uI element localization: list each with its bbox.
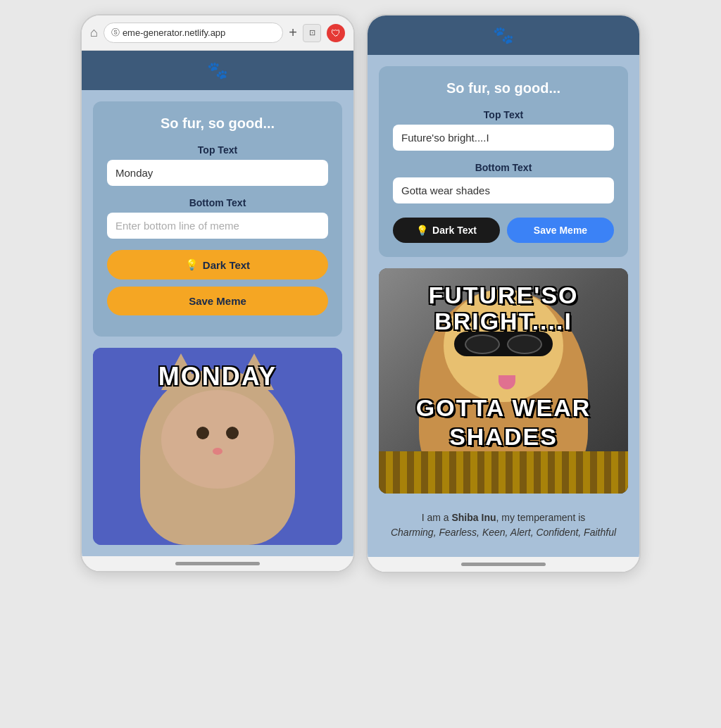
dog-info-text: I am a Shiba Inu, my temperament is Char… bbox=[379, 505, 628, 546]
dog-info-middle: , my temperament is bbox=[496, 512, 585, 523]
right-save-meme-button[interactable]: Save Meme bbox=[507, 218, 614, 243]
left-form-card: So fur, so good... Top Text Bottom Text … bbox=[93, 101, 342, 337]
lens-left bbox=[465, 334, 500, 354]
url-prefix-icon: ⓢ bbox=[111, 27, 120, 39]
left-top-text-input[interactable] bbox=[107, 160, 328, 186]
dog-info-prefix: I am a bbox=[422, 512, 452, 523]
home-icon[interactable]: ⌂ bbox=[90, 25, 98, 40]
dog-sunglasses bbox=[454, 332, 553, 356]
shield-icon[interactable]: 🛡 bbox=[327, 24, 345, 42]
left-bottom-bar bbox=[82, 556, 353, 571]
tab-switcher-label: ⊡ bbox=[309, 28, 315, 37]
left-meme-top-text: MONDAY bbox=[93, 362, 342, 391]
left-paw-icon: 🐾 bbox=[207, 61, 228, 80]
cat-nose bbox=[213, 448, 222, 455]
new-tab-icon[interactable]: + bbox=[289, 25, 297, 41]
left-top-text-label: Top Text bbox=[107, 144, 328, 156]
left-app-header: 🐾 bbox=[82, 51, 353, 90]
right-paw-icon: 🐾 bbox=[493, 25, 514, 44]
tab-switcher-icon[interactable]: ⊡ bbox=[303, 24, 321, 42]
left-form-title: So fur, so good... bbox=[107, 115, 328, 132]
left-home-indicator bbox=[175, 562, 260, 565]
lens-right bbox=[507, 334, 542, 354]
dog-breed: Shiba Inu bbox=[451, 512, 496, 523]
bulb-icon: 💡 bbox=[185, 258, 199, 271]
right-phone: 🐾 So fur, so good... Top Text Bottom Tex… bbox=[366, 14, 641, 573]
left-phone: ⌂ ⓢ eme-generator.netlify.app + ⊡ 🛡 🐾 So… bbox=[80, 14, 355, 572]
right-top-text-label: Top Text bbox=[393, 109, 614, 120]
cat-face bbox=[161, 390, 274, 489]
right-bottom-text-input[interactable] bbox=[393, 177, 614, 203]
right-bottom-text-label: Bottom Text bbox=[393, 162, 614, 173]
left-app-body: So fur, so good... Top Text Bottom Text … bbox=[82, 90, 353, 556]
left-dark-text-button[interactable]: 💡 Dark Text bbox=[107, 250, 328, 280]
left-bottom-text-label: Bottom Text bbox=[107, 197, 328, 208]
right-bottom-bar bbox=[368, 557, 639, 572]
right-form-card: So fur, so good... Top Text Bottom Text … bbox=[379, 66, 628, 257]
left-save-meme-button[interactable]: Save Meme bbox=[107, 287, 328, 315]
right-meme-top-text: FUTURE'SOBRIGHT....I bbox=[379, 282, 628, 335]
right-dark-text-button[interactable]: 💡 Dark Text bbox=[393, 218, 500, 243]
cat-eye-right bbox=[226, 427, 239, 439]
left-bottom-text-input[interactable] bbox=[107, 213, 328, 239]
cat-eye-left bbox=[196, 427, 209, 439]
dog-traits: Charming, Fearless, Keen, Alert, Confide… bbox=[391, 527, 616, 538]
left-meme-preview: MONDAY bbox=[93, 348, 342, 545]
url-bar[interactable]: ⓢ eme-generator.netlify.app bbox=[104, 23, 283, 43]
right-meme-preview: FUTURE'SOBRIGHT....I GOTTA WEARSHADES bbox=[379, 268, 628, 494]
right-app-body: So fur, so good... Top Text Bottom Text … bbox=[368, 55, 639, 557]
screenshot-container: ⌂ ⓢ eme-generator.netlify.app + ⊡ 🛡 🐾 So… bbox=[80, 14, 641, 573]
right-top-text-input[interactable] bbox=[393, 125, 614, 151]
url-text: eme-generator.netlify.app bbox=[123, 27, 225, 38]
basket bbox=[379, 451, 628, 494]
right-form-title: So fur, so good... bbox=[393, 80, 614, 96]
right-meme-bottom-text: GOTTA WEARSHADES bbox=[379, 394, 628, 451]
browser-bar: ⌂ ⓢ eme-generator.netlify.app + ⊡ 🛡 bbox=[82, 15, 353, 51]
right-app-header: 🐾 bbox=[368, 15, 639, 55]
right-home-indicator bbox=[461, 563, 546, 566]
dog-meme-background: FUTURE'SOBRIGHT....I GOTTA WEARSHADES bbox=[379, 268, 628, 494]
right-button-row: 💡 Dark Text Save Meme bbox=[393, 218, 614, 243]
right-bulb-icon: 💡 bbox=[416, 225, 428, 236]
